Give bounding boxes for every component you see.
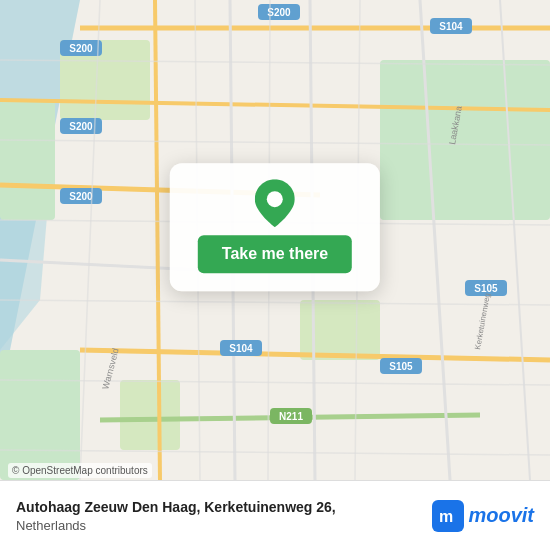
svg-rect-5 [0,100,55,220]
svg-text:S105: S105 [389,361,413,372]
svg-rect-8 [0,350,80,480]
svg-text:S200: S200 [69,121,93,132]
location-country: Netherlands [16,518,420,533]
svg-text:S104: S104 [439,21,463,32]
svg-text:S200: S200 [69,43,93,54]
moovit-logo: m moovit [432,500,534,532]
svg-text:m: m [439,508,453,525]
svg-text:S200: S200 [267,7,291,18]
svg-rect-7 [120,380,180,450]
svg-text:S104: S104 [229,343,253,354]
svg-text:N211: N211 [279,411,303,422]
map-copyright: © OpenStreetMap contributors [8,463,152,478]
svg-text:S105: S105 [474,283,498,294]
svg-rect-3 [380,60,550,220]
take-me-there-button[interactable]: Take me there [198,235,352,273]
footer-text: Autohaag Zeeuw Den Haag, Kerketuinenweg … [16,498,420,533]
svg-text:S200: S200 [69,191,93,202]
location-card: Take me there [170,163,380,291]
moovit-m-icon: m [432,500,464,532]
copyright-text: © OpenStreetMap contributors [12,465,148,476]
svg-point-51 [267,191,283,207]
location-title: Autohaag Zeeuw Den Haag, Kerketuinenweg … [16,498,420,518]
footer-bar: Autohaag Zeeuw Den Haag, Kerketuinenweg … [0,480,550,550]
map-pin-icon [253,181,297,225]
map-container: S104 S200 S200 S200 S200 S104 S105 S105 … [0,0,550,480]
moovit-wordmark: moovit [468,504,534,527]
